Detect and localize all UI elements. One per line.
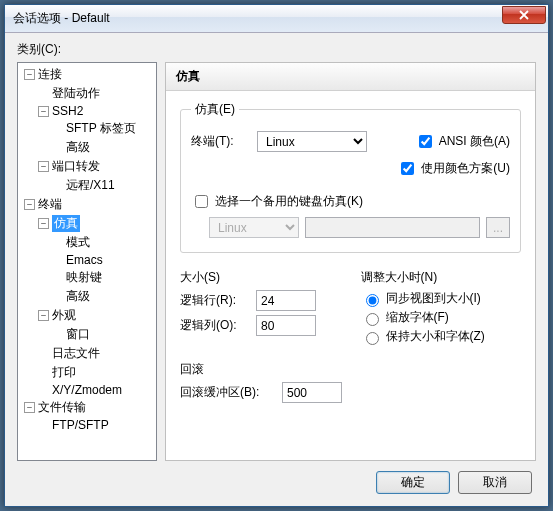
- cols-input[interactable]: [256, 315, 316, 336]
- tree-item-window[interactable]: 窗口: [50, 325, 156, 344]
- collapse-icon[interactable]: −: [24, 199, 35, 210]
- collapse-icon[interactable]: −: [24, 69, 35, 80]
- collapse-icon[interactable]: −: [38, 161, 49, 172]
- tree-item-login[interactable]: 登陆动作: [36, 84, 156, 103]
- tree-item-ftp-sftp[interactable]: FTP/SFTP: [36, 417, 156, 433]
- collapse-icon[interactable]: −: [24, 402, 35, 413]
- emulation-group: 仿真(E) 终端(T): Linux ANSI 颜色(A): [180, 101, 521, 253]
- collapse-icon[interactable]: −: [38, 106, 49, 117]
- tree-item-sftp-tab[interactable]: SFTP 标签页: [50, 119, 156, 138]
- tree-item-mapkeys[interactable]: 映射键: [50, 268, 156, 287]
- emulation-legend: 仿真(E): [191, 101, 239, 118]
- button-bar: 确定 取消: [17, 461, 536, 498]
- content-panel: 仿真 仿真(E) 终端(T): Linux ANSI 颜色(A: [165, 62, 536, 461]
- page-title: 仿真: [166, 63, 535, 91]
- use-color-scheme-check[interactable]: 使用颜色方案(U): [397, 159, 510, 178]
- content-body: 仿真(E) 终端(T): Linux ANSI 颜色(A): [166, 91, 535, 460]
- tree-item-advanced2[interactable]: 高级: [50, 287, 156, 306]
- resize-title: 调整大小时(N): [361, 269, 522, 286]
- terminal-select[interactable]: Linux: [257, 131, 367, 152]
- resize-keep-radio[interactable]: 保持大小和字体(Z): [361, 328, 522, 345]
- tree-item-ssh2[interactable]: −SSH2: [36, 103, 156, 119]
- main-area: −连接 登陆动作 −SSH2 SFTP 标签页 高级: [17, 62, 536, 461]
- tree-item-logfile[interactable]: 日志文件: [36, 344, 156, 363]
- cancel-button[interactable]: 取消: [458, 471, 532, 494]
- category-label: 类别(C):: [17, 41, 536, 58]
- ok-button[interactable]: 确定: [376, 471, 450, 494]
- window-title: 会话选项 - Default: [13, 10, 502, 27]
- tree-item-appearance[interactable]: −外观: [36, 306, 156, 325]
- scrollback-title: 回滚: [180, 361, 521, 378]
- tree-item-advanced[interactable]: 高级: [50, 138, 156, 157]
- collapse-icon[interactable]: −: [38, 310, 49, 321]
- tree-item-mode[interactable]: 模式: [50, 233, 156, 252]
- alt-keyboard-check[interactable]: 选择一个备用的键盘仿真(K): [191, 192, 510, 211]
- alt-keyboard-path: [305, 217, 480, 238]
- use-color-scheme-checkbox[interactable]: [401, 162, 414, 175]
- close-icon: [519, 10, 529, 20]
- collapse-icon[interactable]: −: [38, 218, 49, 229]
- tree-item-print[interactable]: 打印: [36, 363, 156, 382]
- dialog-body: 类别(C): −连接 登陆动作 −SSH2 SFTP 标签页 高级: [5, 33, 548, 506]
- tree-item-terminal[interactable]: −终端: [22, 195, 156, 214]
- close-button[interactable]: [502, 6, 546, 24]
- tree-item-connection[interactable]: −连接: [22, 65, 156, 84]
- dialog-window: 会话选项 - Default 类别(C): −连接 登陆动作 −SSH2: [4, 4, 549, 507]
- tree-item-file-transfer[interactable]: −文件传输: [22, 398, 156, 417]
- terminal-label: 终端(T):: [191, 133, 251, 150]
- alt-keyboard-select: Linux: [209, 217, 299, 238]
- size-resize-row: 大小(S) 逻辑行(R): 逻辑列(O): 调整大小时(N): [180, 263, 521, 347]
- tree-item-emacs[interactable]: Emacs: [50, 252, 156, 268]
- cols-label: 逻辑列(O):: [180, 317, 250, 334]
- resize-scale-radio[interactable]: 缩放字体(F): [361, 309, 522, 326]
- resize-sync-radio[interactable]: 同步视图到大小(I): [361, 290, 522, 307]
- size-title: 大小(S): [180, 269, 341, 286]
- rows-input[interactable]: [256, 290, 316, 311]
- scrollback-input[interactable]: [282, 382, 342, 403]
- browse-button: ...: [486, 217, 510, 238]
- tree-item-port-forward[interactable]: −端口转发: [36, 157, 156, 176]
- scrollback-label: 回滚缓冲区(B):: [180, 384, 276, 401]
- ansi-color-checkbox[interactable]: [419, 135, 432, 148]
- alt-keyboard-checkbox[interactable]: [195, 195, 208, 208]
- titlebar: 会话选项 - Default: [5, 5, 548, 33]
- tree-item-emulation[interactable]: −仿真: [36, 214, 156, 233]
- tree-item-xyzmodem[interactable]: X/Y/Zmodem: [36, 382, 156, 398]
- category-tree[interactable]: −连接 登陆动作 −SSH2 SFTP 标签页 高级: [17, 62, 157, 461]
- tree-item-remote-x11[interactable]: 远程/X11: [50, 176, 156, 195]
- ansi-color-check[interactable]: ANSI 颜色(A): [415, 132, 510, 151]
- rows-label: 逻辑行(R):: [180, 292, 250, 309]
